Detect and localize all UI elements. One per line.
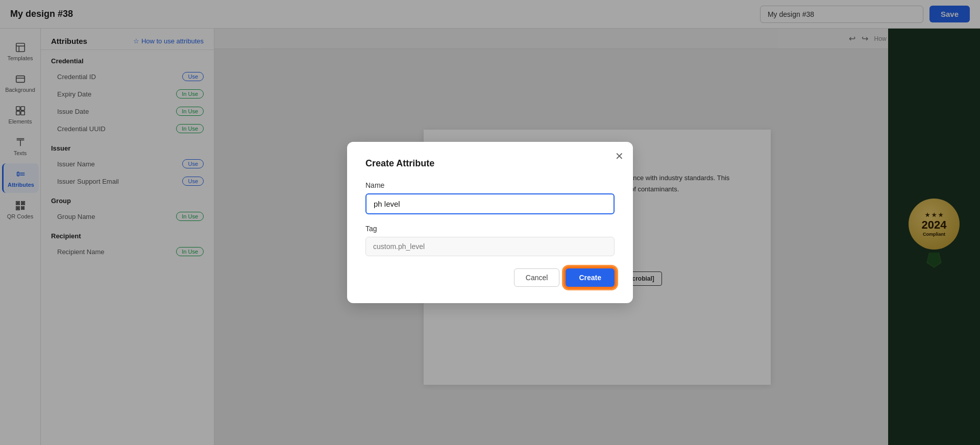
- create-button[interactable]: Create: [566, 268, 615, 287]
- modal-title: Create Attribute: [365, 158, 615, 169]
- name-input[interactable]: [365, 193, 615, 214]
- modal-close-button[interactable]: ✕: [615, 151, 624, 161]
- tag-input[interactable]: [365, 237, 615, 256]
- modal-footer: Cancel Create: [365, 268, 615, 287]
- tag-label: Tag: [365, 225, 615, 233]
- modal-overlay: Create Attribute ✕ Name Tag Cancel Creat…: [0, 0, 980, 445]
- create-attribute-modal: Create Attribute ✕ Name Tag Cancel Creat…: [347, 142, 633, 303]
- name-label: Name: [365, 181, 615, 189]
- cancel-button[interactable]: Cancel: [514, 268, 560, 287]
